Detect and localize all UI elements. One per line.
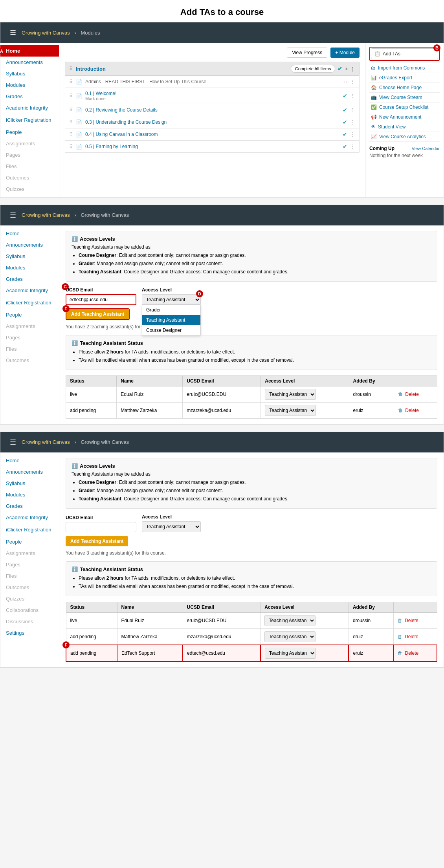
s2-home[interactable]: Home: [0, 228, 59, 239]
access-select-3[interactable]: Teaching Assistant Grader Course Designe…: [142, 521, 201, 532]
module-item-title-2: 0.2 | Reviewing the Course Details: [85, 107, 339, 113]
delete-button-2-1[interactable]: Delete: [405, 408, 419, 413]
analytics-icon: 📈: [371, 134, 377, 139]
item-dots-5[interactable]: ⋮: [350, 144, 355, 149]
module-item-4[interactable]: ⠿ 📄 0.4 | Using Canvas in a Classroom ✔ …: [65, 128, 360, 141]
email-label-2: UCSD Email: [66, 287, 136, 293]
breadcrumb-course-2[interactable]: Growing with Canvas: [22, 212, 70, 218]
s3-outcomes: Outcomes: [0, 582, 59, 593]
add-module-button[interactable]: + Module: [330, 48, 360, 58]
dropdown-ta-2[interactable]: Teaching Assistant: [142, 315, 200, 325]
sidebar-item-people-1[interactable]: People: [0, 126, 59, 138]
item-dots-4[interactable]: ⋮: [350, 132, 355, 137]
add-ta-button-3[interactable]: Add Teaching Assistant: [66, 536, 128, 546]
item-dots-1[interactable]: ⋮: [350, 93, 355, 99]
add-ta-button-2[interactable]: Add Teaching Assistant: [66, 309, 129, 319]
s3-modules[interactable]: Modules: [0, 489, 59, 500]
sidebar-item-syllabus-1[interactable]: Syllabus: [0, 68, 59, 79]
complete-all-button[interactable]: Complete All Items: [291, 65, 336, 73]
dropdown-grader-2[interactable]: Grader: [142, 305, 200, 315]
td-access-3-1[interactable]: Teaching Assistant: [261, 628, 349, 645]
view-progress-button[interactable]: View Progress: [287, 48, 327, 58]
email-input-2[interactable]: [66, 294, 136, 305]
check-green-module: ✔: [338, 66, 342, 72]
s3-iclicker[interactable]: iClicker Registration: [0, 524, 59, 536]
breadcrumb-1: Growing with Canvas › Modules: [20, 30, 102, 36]
s2-academic[interactable]: Academic Integrity: [0, 285, 59, 297]
s2-grades[interactable]: Grades: [0, 273, 59, 285]
s2-files: Files: [0, 343, 59, 355]
td-access-2-1[interactable]: Teaching Assistant: [261, 402, 349, 418]
right-panel-checklist[interactable]: ✅ Course Setup Checklist: [369, 103, 440, 112]
module-item-0[interactable]: ⠿ 📄 Admins - READ THIS FIRST - How to Se…: [65, 76, 360, 88]
breadcrumb-course-3[interactable]: Growing with Canvas: [22, 439, 70, 445]
hamburger-icon-3[interactable]: ☰: [10, 438, 16, 447]
info-icon-2: ℹ️: [72, 236, 78, 242]
s2-modules[interactable]: Modules: [0, 262, 59, 273]
access-select-row-3-2[interactable]: Teaching Assistant: [265, 648, 316, 659]
module-item-3[interactable]: ⠿ 📄 0.3 | Understanding the Course Desig…: [65, 116, 360, 128]
add-tas-button[interactable]: 📋 Add TAs: [371, 48, 438, 59]
access-select-2[interactable]: Teaching Assistant Grader Course Designe…: [142, 294, 201, 305]
access-levels-list-2: Course Designer: Edit and post content o…: [72, 252, 431, 275]
module-item-1[interactable]: ⠿ 📄 0.1 | Welcome! Mark done ✔ ⋮: [65, 88, 360, 104]
s2-syllabus[interactable]: Syllabus: [0, 251, 59, 262]
breadcrumb-course-1[interactable]: Growing with Canvas: [22, 30, 70, 36]
access-select-row-3-0[interactable]: Teaching Assistant: [264, 615, 316, 626]
right-panel-stream[interactable]: 📺 View Course Stream: [369, 93, 440, 103]
th-name-3: Name: [117, 602, 183, 612]
td-actions-3-1: 🗑 Delete: [393, 628, 437, 645]
hamburger-icon-1[interactable]: ☰: [10, 28, 16, 37]
right-panel-analytics[interactable]: 📈 View Course Analytics: [369, 132, 440, 142]
right-panel-import[interactable]: 🗂 Import from Commons: [369, 63, 440, 73]
delete-button-3-2[interactable]: Delete: [405, 650, 418, 656]
s3-settings[interactable]: Settings: [0, 627, 59, 639]
module-item-5[interactable]: ⠿ 📄 0.5 | Earning by Learning ✔ ⋮: [65, 141, 360, 153]
item-dots-3[interactable]: ⋮: [350, 119, 355, 125]
s2-announcements[interactable]: Announcements: [0, 239, 59, 251]
right-panel-homepage[interactable]: 🏠 Choose Home Page: [369, 83, 440, 93]
s3-people[interactable]: People: [0, 536, 59, 548]
module-options-icon[interactable]: ⋮: [350, 66, 355, 72]
module-title[interactable]: Introduction: [76, 66, 106, 72]
status-box-3: ℹ️ Teaching Assistant Status Please allo…: [66, 561, 437, 596]
s3-home[interactable]: Home: [0, 455, 59, 466]
hamburger-icon-2[interactable]: ☰: [10, 211, 16, 220]
checklist-label: Course Setup Checklist: [379, 104, 428, 110]
right-panel-student-view[interactable]: 👁 Student View: [369, 122, 440, 132]
td-access-2-0[interactable]: Teaching Assistant: [261, 386, 349, 402]
access-dropdown-2[interactable]: D Teaching Assistant Grader Course Desig…: [142, 294, 201, 305]
sidebar-item-grades-1[interactable]: Grades: [0, 91, 59, 102]
delete-button-3-1[interactable]: Delete: [405, 634, 418, 639]
add-item-icon[interactable]: +: [345, 66, 348, 72]
sidebar-item-announcements-1[interactable]: Announcements: [0, 57, 59, 68]
view-calendar-link[interactable]: View Calendar: [412, 146, 440, 151]
item-dots-2[interactable]: ⋮: [350, 107, 355, 113]
module-item-2[interactable]: ⠿ 📄 0.2 | Reviewing the Course Details ✔…: [65, 104, 360, 116]
s2-iclicker[interactable]: iClicker Registration: [0, 297, 59, 309]
delete-button-3-0[interactable]: Delete: [405, 618, 418, 623]
s2-people[interactable]: People: [0, 309, 59, 320]
right-panel-announcement[interactable]: 📢 New Announcement: [369, 112, 440, 122]
s3-academic[interactable]: Academic Integrity: [0, 512, 59, 524]
email-input-3[interactable]: [66, 522, 136, 532]
th-addedby-3: Added By: [349, 602, 393, 612]
s3-grades[interactable]: Grades: [0, 500, 59, 512]
access-levels-intro-3: Teaching Assistants may be added as:: [72, 471, 431, 477]
sidebar-item-iclicker-1[interactable]: iClicker Registration: [0, 114, 59, 126]
access-select-row-2-1[interactable]: Teaching Assistant: [265, 405, 316, 416]
td-addedby-3-2: eruiz: [349, 645, 393, 661]
item-dots-0[interactable]: ⋮: [350, 79, 355, 84]
sidebar-item-home-1[interactable]: A Home: [0, 45, 59, 57]
delete-button-2-0[interactable]: Delete: [405, 392, 419, 397]
sidebar-item-academic-integrity-1[interactable]: Academic Integrity: [0, 102, 59, 114]
dropdown-designer-2[interactable]: Course Designer: [142, 325, 200, 335]
access-select-row-3-1[interactable]: Teaching Assistant: [264, 631, 316, 642]
s3-announcements[interactable]: Announcements: [0, 466, 59, 478]
td-access-3-2[interactable]: Teaching Assistant: [261, 645, 349, 661]
s3-syllabus[interactable]: Syllabus: [0, 478, 59, 489]
access-select-row-2-0[interactable]: Teaching Assistant: [265, 389, 316, 400]
right-panel-egrades[interactable]: 📊 eGrades Export: [369, 73, 440, 83]
sidebar-item-modules-1[interactable]: Modules: [0, 79, 59, 91]
td-access-3-0[interactable]: Teaching Assistant: [261, 612, 349, 628]
